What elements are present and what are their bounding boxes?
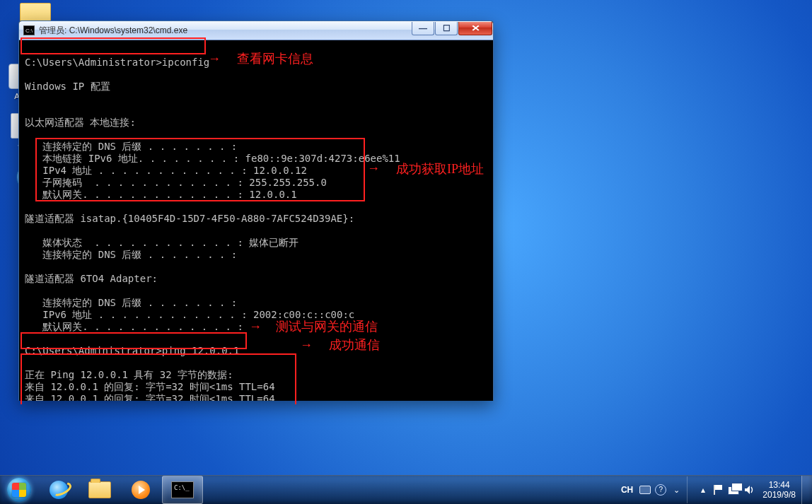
cmd-line: 隧道适配器 6TO4 Adapter:: [25, 273, 158, 284]
cmd-line: 来自 12.0.0.1 的回复: 字节=32 时间<1ms TTL=64: [25, 381, 275, 392]
desktop: Adu 讠 控 C:\ 管理员: C:\Windows\system32\cmd…: [0, 0, 812, 504]
system-tray: CH ? ⌄ ▴ 13:44 2019/9/8: [617, 476, 812, 504]
ime-help-icon[interactable]: ?: [655, 484, 666, 496]
cmd-line: IPv6 地址 . . . . . . . . . . . . : 2002:c…: [25, 309, 354, 320]
taskbar-media-player[interactable]: [121, 476, 161, 503]
maximize-button[interactable]: ☐: [435, 22, 458, 35]
taskbar: CH ? ⌄ ▴ 13:44 2019/9/8: [0, 475, 812, 504]
media-player-icon: [132, 481, 150, 499]
taskbar-explorer[interactable]: [80, 476, 120, 503]
ime-keyboard-icon[interactable]: [639, 484, 651, 496]
clock-time: 13:44: [762, 480, 796, 490]
cmd-line: 连接特定的 DNS 后缀 . . . . . . . :: [25, 249, 237, 260]
cmd-title-icon: C:\: [23, 25, 35, 35]
show-desktop-button[interactable]: [801, 476, 812, 504]
cmd-line: 子网掩码 . . . . . . . . . . . . : 255.255.2…: [25, 177, 327, 188]
cmd-line: 本地链接 IPv6 地址. . . . . . . . : fe80::9e:3…: [25, 153, 400, 164]
cmd-titlebar[interactable]: C:\ 管理员: C:\Windows\system32\cmd.exe — ☐…: [19, 21, 493, 40]
cmd-title-text: 管理员: C:\Windows\system32\cmd.exe: [39, 25, 187, 37]
windows-logo-icon: [7, 478, 31, 502]
cmd-line: 正在 Ping 12.0.0.1 具有 32 字节的数据:: [25, 369, 233, 380]
cmd-line: 来自 12.0.0.1 的回复: 字节=32 时间<1ms TTL=64: [25, 393, 275, 401]
minimize-button[interactable]: —: [412, 22, 434, 35]
cmd-line: IPv4 地址 . . . . . . . . . . . . : 12.0.0…: [25, 165, 307, 176]
cmd-line: 默认网关. . . . . . . . . . . . . : 12.0.0.1: [25, 189, 297, 200]
start-button[interactable]: [0, 476, 38, 504]
ime-options-icon[interactable]: ⌄: [671, 484, 682, 496]
close-button[interactable]: ✕: [458, 22, 492, 35]
action-center-icon[interactable]: [712, 484, 724, 496]
cmd-output[interactable]: C:\Users\Administrator>ipconfig Windows …: [19, 40, 493, 401]
taskbar-ie[interactable]: [39, 476, 79, 503]
tray-overflow-button[interactable]: ▴: [698, 485, 708, 495]
cmd-line: 媒体状态 . . . . . . . . . . . . : 媒体已断开: [25, 237, 298, 248]
cmd-line: C:\Users\Administrator>ping 12.0.0.1: [25, 345, 239, 356]
cmd-line: 连接特定的 DNS 后缀 . . . . . . . :: [25, 297, 237, 308]
cmd-icon: [171, 481, 194, 498]
tray-separator: [687, 476, 693, 503]
network-icon[interactable]: [728, 484, 739, 496]
cmd-line: Windows IP 配置: [25, 81, 110, 92]
cmd-line: 以太网适配器 本地连接:: [25, 117, 136, 128]
taskbar-cmd[interactable]: [162, 476, 203, 504]
cmd-window[interactable]: C:\ 管理员: C:\Windows\system32\cmd.exe — ☐…: [18, 20, 494, 401]
file-explorer-icon: [88, 481, 111, 498]
cmd-line: C:\Users\Administrator>ipconfig: [25, 57, 209, 68]
ime-indicator[interactable]: CH: [621, 485, 633, 495]
clock-date: 2019/9/8: [762, 490, 796, 500]
internet-explorer-icon: [50, 481, 68, 499]
cmd-line: 隧道适配器 isatap.{10405F4D-15D7-4F50-A880-7A…: [25, 213, 354, 224]
cmd-line: 默认网关. . . . . . . . . . . . . :: [25, 321, 243, 332]
cmd-line: 连接特定的 DNS 后缀 . . . . . . . :: [25, 141, 237, 152]
taskbar-clock[interactable]: 13:44 2019/9/8: [762, 480, 796, 500]
volume-icon[interactable]: [743, 484, 755, 496]
svg-marker-0: [745, 486, 750, 494]
